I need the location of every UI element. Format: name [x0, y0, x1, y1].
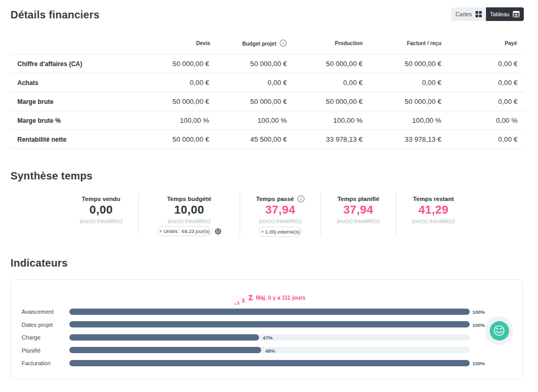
svg-text:z: z	[247, 291, 254, 302]
svg-text:z: z	[241, 296, 246, 304]
svg-text:z: z	[236, 300, 240, 305]
